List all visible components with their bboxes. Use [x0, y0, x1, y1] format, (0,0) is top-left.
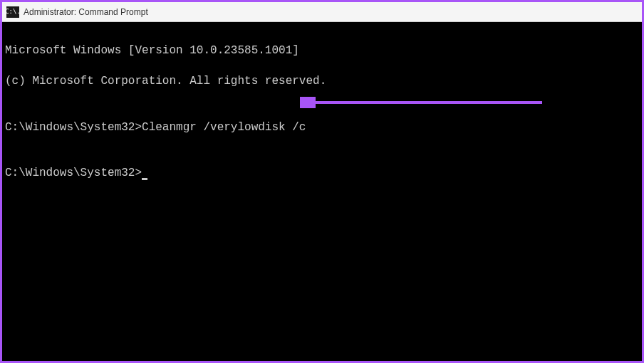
annotation-arrow-icon [300, 97, 542, 108]
terminal-body[interactable]: Microsoft Windows [Version 10.0.23585.10… [2, 22, 642, 361]
copyright-line: (c) Microsoft Corporation. All rights re… [5, 74, 639, 90]
command-line-2: C:\Windows\System32> [5, 166, 639, 182]
command-text: Cleanmgr /verylowdisk /c [142, 121, 306, 134]
version-line: Microsoft Windows [Version 10.0.23585.10… [5, 43, 639, 59]
cmd-icon-glyph: C:\. [5, 9, 21, 15]
window-title: Administrator: Command Prompt [24, 7, 148, 17]
cursor [142, 178, 147, 180]
titlebar: C:\. Administrator: Command Prompt [2, 2, 642, 22]
command-line-1: C:\Windows\System32>Cleanmgr /verylowdis… [5, 120, 639, 136]
prompt-path: C:\Windows\System32> [5, 167, 142, 179]
cmd-icon: C:\. [6, 6, 19, 18]
prompt-path: C:\Windows\System32> [5, 121, 142, 134]
